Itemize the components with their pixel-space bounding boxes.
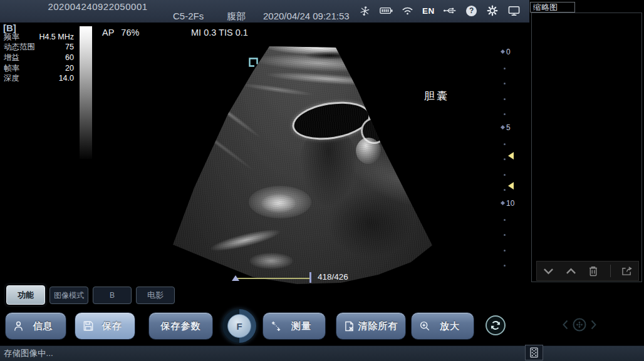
clear-document-icon xyxy=(345,321,356,332)
exam-preset-label: 腹部 xyxy=(227,11,246,23)
depth-tick-label: 10 xyxy=(506,199,514,208)
diamond-tick-icon xyxy=(501,125,505,130)
acoustic-power-readout: AP 76% xyxy=(102,28,139,38)
focus-marker-icon xyxy=(508,182,514,190)
ruler-dot xyxy=(504,250,506,252)
ruler-dot xyxy=(504,189,506,191)
info-button-label: 信息 xyxy=(25,320,61,332)
save-params-button-label: 保存参数 xyxy=(149,320,212,332)
tab-image-mode[interactable]: 图像模式 xyxy=(49,287,88,304)
tab-function[interactable]: 功能 xyxy=(6,285,45,305)
calipers-measure-icon xyxy=(271,321,283,332)
ruler-dot xyxy=(504,158,506,160)
diamond-tick-icon xyxy=(501,49,505,54)
dial-control-disabled[interactable] xyxy=(563,316,596,333)
save-params-button[interactable]: 保存参数 xyxy=(148,312,213,340)
depth-tick: 10 xyxy=(501,200,514,206)
param-row: 频率 H4.5 MHz xyxy=(4,33,74,42)
echo-structure xyxy=(379,118,453,143)
help-icon[interactable]: ? xyxy=(464,3,479,18)
refresh-button[interactable] xyxy=(486,315,506,335)
cine-start-marker xyxy=(232,275,239,281)
wifi-icon xyxy=(400,3,415,18)
probe-orientation-marker-icon xyxy=(248,57,259,68)
language-indicator[interactable]: EN xyxy=(421,3,436,18)
param-row: 帧率 20 xyxy=(4,64,74,73)
datetime-label: 2020/04/24 09:21:53 xyxy=(263,11,350,21)
param-value: 14.0 xyxy=(59,74,74,83)
f-knob-dial[interactable]: F xyxy=(222,309,256,343)
topbar-status-icons: EN ? xyxy=(357,2,521,19)
ruler-dot xyxy=(504,68,506,69)
display-monitor-icon[interactable] xyxy=(506,3,521,18)
clear-all-button-label: 清除所有 xyxy=(356,320,400,332)
cine-frame-counter: 418/426 xyxy=(318,272,348,282)
param-label: 深度 xyxy=(4,74,19,83)
ruler-dot xyxy=(504,219,506,221)
clear-all-button[interactable]: 清除所有 xyxy=(336,312,406,340)
usb-icon xyxy=(442,3,457,18)
ap-value: 76% xyxy=(121,28,139,38)
svg-text:?: ? xyxy=(469,6,473,15)
param-row: 深度 14.0 xyxy=(4,74,74,83)
tab-cine[interactable]: 电影 xyxy=(136,287,175,304)
focus-marker-icon xyxy=(508,152,514,160)
info-button[interactable]: 信息 xyxy=(5,312,66,340)
grayscale-bar xyxy=(80,26,92,159)
ruler-dot xyxy=(504,113,506,115)
chevron-right-icon xyxy=(591,320,596,330)
depth-tick-label: 0 xyxy=(506,48,511,56)
speckle-texture xyxy=(158,39,452,284)
param-label: 帧率 xyxy=(4,64,19,73)
param-label: 增益 xyxy=(4,53,19,63)
cine-progress-line xyxy=(236,278,311,279)
depth-ruler: 0 5 10 xyxy=(499,51,524,272)
ruler-dot xyxy=(504,98,506,100)
annotation-label: 胆囊 xyxy=(424,89,449,103)
param-label: 频率 xyxy=(4,33,19,42)
export-icon[interactable] xyxy=(621,265,633,277)
param-row: 动态范围 75 xyxy=(4,43,74,52)
param-value: 60 xyxy=(65,53,74,63)
ruler-dot xyxy=(504,265,506,267)
cine-position-marker[interactable] xyxy=(309,272,311,283)
zoom-button[interactable]: 放大 xyxy=(411,312,474,340)
zoom-button-label: 放大 xyxy=(431,320,469,332)
depth-tick-label: 5 xyxy=(506,123,511,132)
save-button[interactable]: 保存 xyxy=(75,312,135,340)
status-message: 存储图像中... xyxy=(4,348,53,359)
battery-icon xyxy=(378,3,393,18)
param-row: 增益 60 xyxy=(4,53,74,63)
trash-icon[interactable] xyxy=(587,265,600,277)
tab-b-mode[interactable]: B xyxy=(93,287,132,304)
measure-button[interactable]: 测量 xyxy=(262,312,326,340)
magnifier-zoom-icon xyxy=(420,321,431,331)
param-value: 20 xyxy=(65,64,74,73)
toolbar-divider xyxy=(610,265,611,277)
ap-label: AP xyxy=(102,28,114,38)
status-bar xyxy=(0,345,644,361)
filmstrip-icon xyxy=(530,347,538,358)
person-icon xyxy=(14,321,25,332)
ultrasound-image[interactable] xyxy=(158,39,452,284)
ruler-dot xyxy=(504,83,506,84)
thumbnail-panel xyxy=(531,13,642,282)
floppy-save-icon xyxy=(83,321,95,331)
f-knob-label: F xyxy=(227,314,251,338)
depth-tick: 0 xyxy=(501,48,511,55)
dial-gear-icon xyxy=(572,317,587,332)
settings-gear-icon[interactable] xyxy=(485,3,500,18)
save-button-label: 保存 xyxy=(95,320,130,332)
top-bar: 202004240922050001 C5-2Fs 腹部 2020/04/24 … xyxy=(0,0,529,23)
ruler-dot xyxy=(504,143,506,145)
chevron-down-icon[interactable] xyxy=(542,265,554,277)
thumbnail-toolbar xyxy=(536,261,639,281)
param-value: H4.5 MHz xyxy=(39,33,74,42)
freeze-snowflake-icon xyxy=(356,2,373,19)
thumbnail-panel-tab[interactable]: 缩略图 xyxy=(530,2,575,13)
param-value: 75 xyxy=(65,43,74,52)
ruler-dot xyxy=(504,234,506,236)
cine-clip-button[interactable] xyxy=(525,345,543,360)
chevron-up-icon[interactable] xyxy=(564,265,577,277)
probe-label: C5-2Fs xyxy=(173,11,204,21)
